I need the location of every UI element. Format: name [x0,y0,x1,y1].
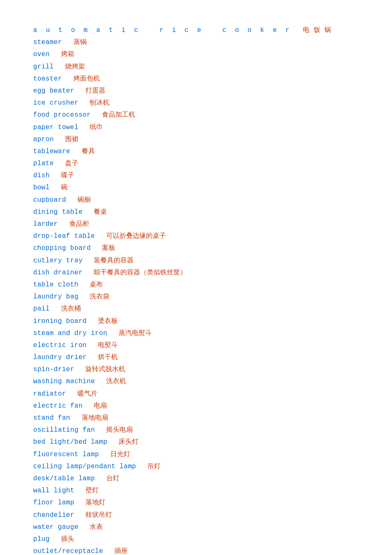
chinese-term-2: 烤箱 [53,49,74,60]
chinese-term-8: 纸巾 [82,122,103,133]
chinese-term-35: 日光灯 [102,449,130,460]
english-term-30: radiator [33,389,66,400]
vocab-item-43: outlet/receptacle 插座 [33,546,359,555]
vocab-item-17: drop-leaf table 可以折叠边缘的桌子 [33,231,359,242]
english-term-22: laundry bag [33,291,78,303]
chinese-term-14: 碗橱 [69,195,90,206]
english-term-31: electric fan [33,401,83,412]
english-term-25: steam and dry iron [33,328,107,339]
vocab-item-16: larder 食品柜 [33,219,359,230]
chinese-term-39: 落地灯 [78,497,105,509]
chinese-term-5: 打蛋器 [78,86,105,97]
chinese-term-22: 洗衣袋 [82,291,110,303]
vocab-item-8: paper towel 纸巾 [33,122,359,133]
vocab-item-35: fluorescent lamp 日光灯 [33,449,359,460]
english-term-42: plug [33,534,50,545]
english-term-1: steamer [33,37,62,48]
vocab-item-36: ceiling lamp/pendant lamp 吊灯 [33,461,359,472]
chinese-term-27: 烘干机 [90,352,118,363]
vocab-item-37: desk/table lamp 台灯 [33,473,359,484]
chinese-term-18: 案板 [94,243,115,254]
vocab-item-3: grill 烧烤架 [33,61,359,73]
english-term-11: plate [33,158,54,169]
vocab-item-7: food processor 食品加工机 [33,110,359,121]
english-term-5: egg beater [33,86,74,97]
chinese-term-30: 暖气片 [69,389,97,400]
english-term-17: drop-leaf table [33,231,95,242]
vocab-list: a u t o m a t i c r i c e c o o k e r 电 … [33,25,359,555]
english-term-40: chandelier [33,510,74,521]
chinese-term-11: 盘子 [57,158,78,169]
chinese-term-6: 刨冰机 [82,98,110,109]
chinese-term-32: 落地电扇 [73,413,108,424]
vocab-item-5: egg beater 打蛋器 [33,86,359,97]
english-term-14: cupboard [33,195,66,206]
vocab-item-15: dining table 餐桌 [33,207,359,218]
english-term-24: ironing board [33,316,87,327]
english-term-6: ice crusher [33,98,78,109]
chinese-term-0: 电 饭 锅 [295,25,331,36]
vocab-item-25: steam and dry iron 蒸汽电熨斗 [33,328,359,339]
chinese-term-15: 餐桌 [86,207,107,218]
chinese-term-37: 台灯 [98,473,119,484]
chinese-term-17: 可以折叠边缘的桌子 [98,231,166,242]
chinese-term-12: 碟子 [53,170,74,181]
vocab-item-30: radiator 暖气片 [33,389,359,400]
vocab-item-32: stand fan 落地电扇 [33,413,359,424]
chinese-term-3: 烧烤架 [57,61,85,73]
chinese-term-13: 碗 [53,182,68,193]
english-term-19: cutlery tray [33,255,83,266]
english-term-36: ceiling lamp/pendant lamp [33,461,136,472]
english-term-29: washing machine [33,376,95,387]
vocab-item-9: apron 围裙 [33,134,359,145]
chinese-term-19: 装餐具的容器 [86,255,134,266]
english-term-23: pail [33,303,50,315]
english-term-37: desk/table lamp [33,473,95,484]
vocab-item-42: plug 插头 [33,534,359,545]
english-term-0: a u t o m a t i c r i c e c o o k e r [33,25,292,36]
vocab-item-19: cutlery tray 装餐具的容器 [33,255,359,266]
vocab-item-24: ironing board 烫衣板 [33,316,359,327]
english-term-20: dish drainer [33,267,83,279]
english-term-39: floor lamp [33,497,74,509]
vocab-item-27: laundry drier 烘干机 [33,352,359,363]
vocab-item-13: bowl 碗 [33,182,359,193]
chinese-term-1: 蒸锅 [65,37,86,48]
chinese-term-24: 烫衣板 [90,316,118,327]
vocab-item-28: spin-drier 旋转式脱水机 [33,364,359,375]
vocab-item-18: chopping board 案板 [33,243,359,254]
vocab-item-29: washing machine 洗衣机 [33,376,359,387]
chinese-term-16: 食品柜 [61,219,89,230]
chinese-term-7: 食品加工机 [94,110,135,121]
chinese-term-25: 蒸汽电熨斗 [111,328,152,339]
chinese-term-36: 吊灯 [139,461,161,472]
chinese-term-43: 插座 [107,546,128,555]
chinese-term-4: 烤面包机 [65,73,100,85]
chinese-term-41: 水表 [82,522,103,533]
english-term-34: bed light/bed lamp [33,437,107,448]
vocab-item-12: dish 碟子 [33,170,359,181]
vocab-item-34: bed light/bed lamp 床头灯 [33,437,359,448]
vocab-item-39: floor lamp 落地灯 [33,497,359,509]
english-term-9: apron [33,134,54,145]
english-term-27: laundry drier [33,352,87,363]
chinese-term-33: 摇头电扇 [98,425,133,436]
english-term-41: water gauge [33,522,78,533]
vocab-item-21: table cloth 桌布 [33,279,359,291]
english-term-21: table cloth [33,279,78,291]
vocab-item-22: laundry bag 洗衣袋 [33,291,359,303]
english-term-18: chopping board [33,243,91,254]
english-term-15: dining table [33,207,83,218]
vocab-item-0: a u t o m a t i c r i c e c o o k e r 电 … [33,25,359,36]
chinese-term-9: 围裙 [57,134,78,145]
english-term-33: oscillating fan [33,425,95,436]
english-term-28: spin-drier [33,364,74,375]
vocab-item-26: electric iron 电熨斗 [33,340,359,351]
chinese-term-20: 晾干餐具的容器（类似铁丝筐） [86,267,187,279]
english-term-43: outlet/receptacle [33,546,103,555]
chinese-term-34: 床头灯 [111,437,139,448]
vocab-item-40: chandelier 枝状吊灯 [33,510,359,521]
english-term-7: food processor [33,110,91,121]
vocab-item-23: pail 洗衣桶 [33,303,359,315]
chinese-term-40: 枝状吊灯 [78,510,112,521]
